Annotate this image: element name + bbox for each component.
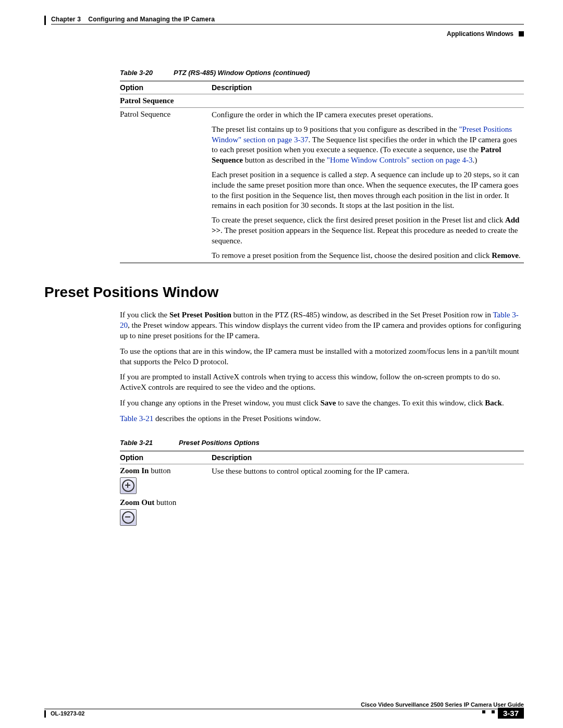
section-body: If you click the Set Preset Position but… <box>120 310 524 424</box>
table-21: Option Description Zoom In button Use th… <box>120 451 524 528</box>
row-label: Patrol Sequence <box>120 108 212 263</box>
zoom-out-icon <box>120 509 137 526</box>
desc-p3: Each preset position in a sequence is ca… <box>212 170 521 211</box>
subheader-patrol-sequence: Patrol Sequence <box>120 94 524 108</box>
page-footer: Cisco Video Surveillance 2500 Series IP … <box>44 701 524 719</box>
col-description: Description <box>212 451 524 464</box>
desc-p1: Configure the order in which the IP came… <box>212 110 521 120</box>
desc-p4: To create the preset sequence, click the… <box>212 215 521 246</box>
table-20-caption: Table 3-20PTZ (RS-485) Window Options (c… <box>120 69 524 77</box>
desc-p5: To remove a preset position from the Seq… <box>212 251 521 261</box>
table-21-caption: Table 3-21Preset Positions Options <box>120 439 524 447</box>
page-number: 3-37 <box>498 708 524 719</box>
zoom-description: Use these buttons to control optical zoo… <box>212 464 524 528</box>
zoom-in-row: Zoom In button <box>120 464 212 496</box>
desc-p2: The preset list contains up to 9 positio… <box>212 125 521 166</box>
row-description: Configure the order in which the IP came… <box>212 108 524 263</box>
body-p4: If you change any options in the Preset … <box>120 398 524 409</box>
body-p5: Table 3-21 describes the options in the … <box>120 414 524 424</box>
col-option: Option <box>120 451 212 464</box>
col-option: Option <box>120 81 212 94</box>
link-home-window-controls[interactable]: "Home Window Controls" section on page 4… <box>327 156 473 164</box>
section-label: Applications Windows <box>44 30 524 38</box>
col-description: Description <box>212 81 524 94</box>
link-table-3-21[interactable]: Table 3-21 <box>120 414 153 423</box>
caption-num: Table 3-21 <box>120 439 153 447</box>
body-p3: If you are prompted to install ActiveX c… <box>120 372 524 393</box>
caption-num: Table 3-20 <box>120 69 153 77</box>
chapter-title: Configuring and Managing the IP Camera <box>88 16 215 23</box>
section-title: Preset Positions Window <box>44 284 524 301</box>
footer-guide-title: Cisco Video Surveillance 2500 Series IP … <box>44 701 524 708</box>
body-p1: If you click the Set Preset Position but… <box>120 310 524 341</box>
chapter-label: Chapter 3 <box>51 16 81 23</box>
caption-title: Preset Positions Options <box>179 439 260 447</box>
footer-doc-id: OL-19273-02 <box>44 709 480 717</box>
caption-title: PTZ (RS-485) Window Options (continued) <box>174 69 310 77</box>
table-20: Option Description Patrol Sequence Patro… <box>120 81 524 263</box>
zoom-out-row: Zoom Out button <box>120 496 212 528</box>
zoom-in-icon <box>120 477 137 494</box>
body-p2: To use the options that are in this wind… <box>120 347 524 367</box>
header-chapter: Chapter 3 Configuring and Managing the I… <box>44 16 524 25</box>
